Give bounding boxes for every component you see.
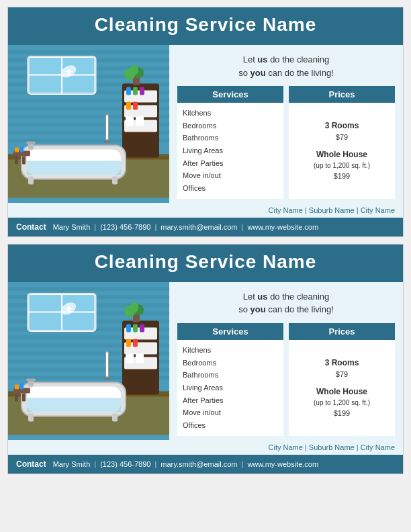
svg-point-35 — [130, 64, 138, 75]
svg-rect-31 — [136, 116, 144, 126]
svg-rect-30 — [126, 116, 134, 126]
services-header: Services — [177, 86, 283, 103]
footer-sep-3: | — [242, 223, 244, 231]
svg-rect-89 — [106, 352, 108, 376]
svg-rect-38 — [106, 115, 108, 139]
price-label-2: Whole House — [314, 148, 370, 161]
city-line: City Name | Suburb Name | City Name — [269, 206, 396, 214]
svg-rect-43 — [26, 141, 36, 144]
price-note-2: (up to 1,200 sq. ft.) — [314, 161, 370, 171]
footer-sep-2: | — [154, 460, 156, 468]
svg-rect-27 — [140, 87, 144, 95]
svg-rect-37 — [104, 140, 110, 142]
svg-rect-49 — [15, 147, 19, 152]
contact-name: Mary Smith — [53, 223, 91, 231]
svg-rect-77 — [133, 324, 138, 332]
services-list: KitchensBedroomsBathroomsLiving AreasAft… — [177, 340, 283, 436]
svg-rect-48 — [22, 156, 26, 164]
service-item: Offices — [183, 419, 278, 432]
svg-rect-45 — [112, 176, 118, 184]
service-item: Move in/out — [183, 169, 278, 182]
contact-website: www.my-website.com — [247, 223, 318, 231]
svg-rect-101 — [20, 383, 24, 389]
service-item: Kitchens — [183, 344, 278, 357]
service-item: Living Areas — [183, 144, 278, 157]
service-item: Bedrooms — [183, 357, 278, 369]
svg-rect-28 — [126, 101, 131, 109]
flyer-body: ✦ — [8, 282, 403, 440]
svg-rect-47 — [15, 156, 18, 164]
service-item: Bedrooms — [183, 120, 278, 132]
svg-rect-29 — [133, 101, 138, 109]
price-label-1: 3 Rooms — [325, 120, 359, 132]
price-value-1: $79 — [325, 132, 359, 143]
svg-rect-88 — [104, 378, 110, 380]
city-line: City Name | Suburb Name | City Name — [269, 443, 396, 451]
flyer-1: Cleaning Service Name ✦ — [7, 7, 404, 237]
svg-rect-25 — [126, 87, 131, 95]
contact-label: Contact — [16, 459, 46, 469]
price-value-1: $79 — [325, 369, 359, 380]
contact-name: Mary Smith — [53, 460, 91, 468]
footer-sep-1: | — [94, 223, 96, 231]
flyer-footer: Contact Mary Smith | (123) 456-7890 | ma… — [8, 455, 403, 474]
price-label-2: Whole House — [314, 386, 370, 398]
bathroom-illustration: ✦ — [8, 282, 169, 440]
svg-rect-50 — [20, 146, 24, 152]
flyer-footer: Contact Mary Smith | (123) 456-7890 | ma… — [8, 218, 403, 236]
services-prices: Services KitchensBedroomsBathroomsLiving… — [177, 323, 395, 436]
svg-rect-41 — [27, 161, 121, 175]
price-value-2: $199 — [314, 171, 370, 182]
price-item-2: Whole House (up to 1,200 sq. ft.) $199 — [314, 148, 370, 182]
svg-rect-98 — [15, 393, 18, 401]
services-column: Services KitchensBedroomsBathroomsLiving… — [177, 86, 283, 199]
svg-rect-82 — [136, 353, 144, 363]
city-bar: City Name | Suburb Name | City Name — [8, 203, 403, 218]
svg-rect-96 — [112, 413, 118, 421]
svg-rect-76 — [126, 324, 131, 332]
flyer-2: Cleaning Service Name ✦ — [7, 244, 404, 474]
footer-sep-3: | — [242, 460, 244, 468]
price-note-2: (up to 1,200 sq. ft.) — [314, 398, 370, 408]
tagline: Let us do the cleaningso you can do the … — [177, 53, 395, 79]
contact-label: Contact — [16, 222, 46, 232]
tagline: Let us do the cleaningso you can do the … — [177, 290, 395, 316]
service-item: Kitchens — [183, 107, 278, 120]
price-item-1: 3 Rooms $79 — [325, 120, 359, 143]
contact-phone: (123) 456-7890 — [100, 460, 150, 468]
services-column: Services KitchensBedroomsBathroomsLiving… — [177, 323, 283, 436]
services-list: KitchensBedroomsBathroomsLiving AreasAft… — [177, 103, 283, 199]
svg-rect-80 — [133, 339, 138, 347]
svg-rect-100 — [15, 384, 19, 389]
prices-column: Prices 3 Rooms $79 Whole House (up to 1,… — [289, 86, 395, 199]
svg-text:✦: ✦ — [63, 64, 75, 79]
business-name: Cleaning Service Name — [8, 251, 403, 273]
svg-rect-79 — [126, 339, 131, 347]
svg-rect-95 — [28, 413, 34, 421]
service-item: Move in/out — [183, 406, 278, 419]
bathroom-illustration: ✦ — [8, 45, 169, 203]
flyer-header: Cleaning Service Name — [8, 245, 403, 282]
prices-header: Prices — [289, 323, 395, 340]
service-item: Offices — [183, 182, 278, 195]
service-item: After Parties — [183, 157, 278, 170]
svg-rect-94 — [26, 378, 36, 381]
price-value-2: $199 — [314, 408, 370, 419]
price-item-1: 3 Rooms $79 — [325, 357, 359, 380]
prices-column: Prices 3 Rooms $79 Whole House (up to 1,… — [289, 323, 395, 436]
svg-rect-99 — [22, 393, 26, 401]
price-item-2: Whole House (up to 1,200 sq. ft.) $199 — [314, 386, 370, 419]
city-bar: City Name | Suburb Name | City Name — [8, 440, 403, 455]
svg-rect-44 — [28, 176, 34, 184]
svg-rect-78 — [140, 324, 144, 332]
flyer-body: ✦ — [8, 45, 403, 203]
svg-rect-52 — [8, 287, 169, 291]
contact-phone: (123) 456-7890 — [100, 223, 150, 231]
service-item: Bathrooms — [183, 132, 278, 144]
svg-rect-1 — [8, 50, 169, 54]
prices-list: 3 Rooms $79 Whole House (up to 1,200 sq.… — [289, 103, 395, 199]
services-header: Services — [177, 323, 283, 340]
service-item: Living Areas — [183, 382, 278, 394]
prices-list: 3 Rooms $79 Whole House (up to 1,200 sq.… — [289, 340, 395, 436]
svg-text:✦: ✦ — [63, 302, 75, 316]
